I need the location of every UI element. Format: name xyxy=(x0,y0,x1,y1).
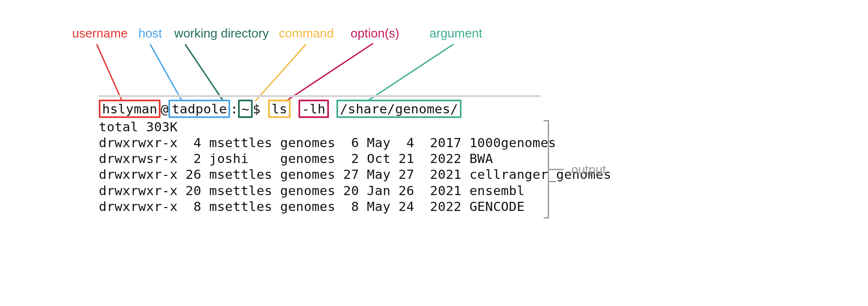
output-line: drwxrwxr-x 26 msettles genomes 27 May 27… xyxy=(99,166,541,182)
legend-argument: argument xyxy=(429,26,482,40)
legend-wd: working directory xyxy=(174,26,269,40)
output-line: drwxrwxr-x 4 msettles genomes 6 May 4 20… xyxy=(99,135,541,150)
legend-username: username xyxy=(72,26,128,40)
prompt-argument: /share/genomes/ xyxy=(336,100,462,118)
prompt-dollar: $ xyxy=(253,101,268,116)
output-line: drwxrwsr-x 2 joshi genomes 2 Oct 21 2022… xyxy=(99,150,541,166)
output-block: total 303K drwxrwxr-x 4 msettles genomes… xyxy=(99,119,541,214)
prompt-at: @ xyxy=(161,101,168,116)
prompt-username: hslyman xyxy=(99,100,161,118)
prompt-command: ls xyxy=(268,100,291,118)
output-line: total 303K xyxy=(99,119,541,135)
output-bracket-bottom xyxy=(544,217,549,218)
prompt-colon: : xyxy=(230,101,238,116)
prompt-wd: ~ xyxy=(238,100,253,118)
terminal-window: hslyman @ tadpole : ~ $ ls -lh /share/ge… xyxy=(99,95,541,214)
output-bracket-tick xyxy=(548,169,564,170)
prompt-line: hslyman @ tadpole : ~ $ ls -lh /share/ge… xyxy=(99,100,541,118)
diagram-canvas: username host working directory command … xyxy=(0,0,868,306)
svg-line-4 xyxy=(286,43,373,101)
legend-host: host xyxy=(138,26,162,40)
svg-line-1 xyxy=(150,44,182,101)
prompt-host: tadpole xyxy=(168,100,230,118)
svg-line-0 xyxy=(97,44,122,101)
prompt-space1 xyxy=(291,101,299,116)
output-label: output xyxy=(571,163,606,177)
svg-line-5 xyxy=(367,44,454,101)
legend-command: command xyxy=(279,26,334,40)
svg-line-2 xyxy=(185,44,223,101)
legend-options: option(s) xyxy=(351,26,399,40)
output-bracket-top xyxy=(544,120,549,121)
prompt-space2 xyxy=(329,101,337,116)
prompt-options: -lh xyxy=(299,100,329,118)
svg-line-3 xyxy=(255,44,306,101)
output-line: drwxrwxr-x 20 msettles genomes 20 Jan 26… xyxy=(99,183,541,198)
output-line: drwxrwxr-x 8 msettles genomes 8 May 24 2… xyxy=(99,198,541,214)
